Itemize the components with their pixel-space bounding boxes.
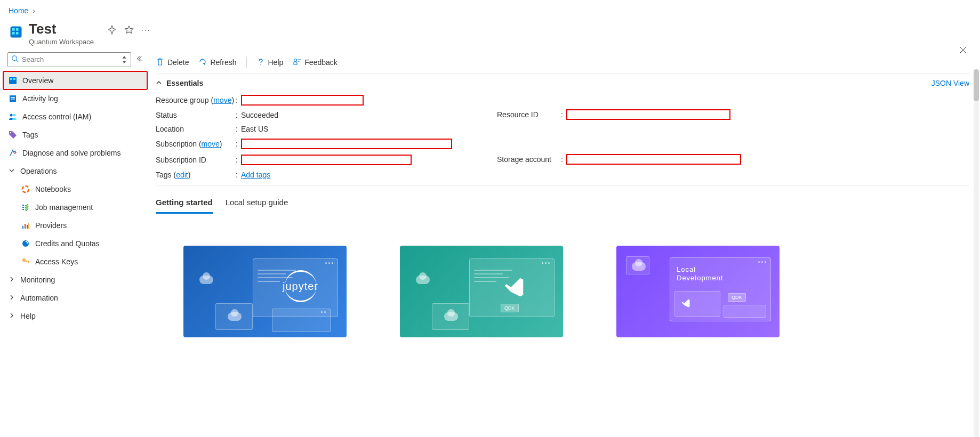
button-label: Feedback — [304, 58, 337, 67]
sidebar-item-overview[interactable]: Overview — [3, 71, 147, 90]
feedback-button[interactable]: Feedback — [293, 58, 337, 68]
svg-point-25 — [294, 59, 297, 61]
sidebar-item-diagnose[interactable]: Diagnose and solve problems — [3, 144, 147, 162]
sidebar-item-credits-quotas[interactable]: Credits and Quotas — [3, 234, 147, 253]
essentials-title: Essentials — [166, 79, 203, 87]
quantum-workspace-icon — [9, 25, 23, 39]
sidebar-label: Providers — [35, 221, 67, 230]
svg-rect-9 — [13, 78, 15, 80]
sidebar-section-help[interactable]: Help — [3, 307, 147, 325]
collapse-essentials-icon[interactable] — [156, 79, 162, 87]
resource-id-value — [566, 109, 741, 120]
sidebar-item-access-keys[interactable]: Access Keys — [3, 253, 147, 271]
resource-group-value — [241, 95, 497, 106]
chevron-right-icon — [9, 276, 15, 284]
tab-local-setup[interactable]: Local setup guide — [226, 195, 288, 214]
edit-tags-link[interactable]: edit — [176, 171, 188, 179]
breadcrumb: Home › — [0, 0, 980, 19]
chevron-right-icon — [9, 312, 15, 320]
credits-icon — [21, 239, 30, 248]
card-jupyter[interactable]: jupyter — [183, 246, 347, 337]
svg-rect-24 — [28, 261, 29, 263]
sidebar-section-automation[interactable]: Automation — [3, 289, 147, 307]
sidebar-item-access-control[interactable]: Access control (IAM) — [3, 108, 147, 126]
feedback-icon — [293, 58, 301, 68]
sidebar-section-monitoring[interactable]: Monitoring — [3, 271, 147, 289]
search-input-wrapper[interactable] — [7, 52, 131, 67]
sort-icon[interactable] — [121, 56, 127, 63]
page-subtitle: Quantum Workspace — [29, 38, 94, 46]
chevron-right-icon: › — [33, 6, 35, 15]
chevron-down-icon — [9, 167, 15, 175]
help-icon — [256, 58, 265, 68]
svg-rect-4 — [16, 32, 19, 35]
svg-rect-17 — [22, 226, 23, 229]
storage-account-value — [566, 154, 741, 165]
add-tags-link[interactable]: Add tags — [241, 171, 270, 179]
qdk-badge: QDK — [728, 293, 746, 302]
sidebar-item-job-management[interactable]: Job management — [3, 198, 147, 216]
svg-line-6 — [17, 60, 19, 62]
subscription-value — [241, 139, 497, 149]
vscode-small-icon — [680, 298, 691, 310]
favorite-icon[interactable] — [124, 25, 134, 35]
location-value: East US — [241, 125, 497, 133]
subscription-id-value — [241, 155, 497, 165]
storage-account-label: Storage account — [497, 155, 561, 164]
svg-point-5 — [12, 56, 17, 61]
tab-getting-started[interactable]: Getting started — [156, 195, 213, 214]
svg-rect-19 — [27, 225, 28, 229]
search-input[interactable] — [19, 55, 121, 63]
card-local-dev[interactable]: Local Development QDK — [616, 246, 780, 337]
more-icon[interactable]: ··· — [141, 25, 151, 35]
help-button[interactable]: Help — [256, 58, 284, 68]
sidebar-label: Notebooks — [35, 185, 71, 193]
subscription-label: Subscription (move) — [156, 140, 236, 148]
sidebar-label: Diagnose and solve problems — [22, 149, 121, 157]
collapse-sidebar-icon[interactable] — [135, 55, 143, 64]
sidebar-item-tags[interactable]: Tags — [3, 126, 147, 144]
svg-rect-20 — [28, 223, 29, 229]
button-label: Refresh — [210, 58, 236, 67]
button-label: Delete — [167, 58, 189, 67]
sidebar-label: Tags — [22, 131, 38, 139]
sidebar-label: Access control (IAM) — [22, 112, 91, 121]
sidebar: Overview Activity log Access control (IA… — [0, 52, 150, 337]
resource-group-label: Resource group (move) — [156, 96, 236, 104]
sidebar-section-operations[interactable]: Operations — [3, 162, 147, 180]
sidebar-item-activity-log[interactable]: Activity log — [3, 90, 147, 108]
breadcrumb-home[interactable]: Home — [9, 6, 28, 15]
svg-rect-8 — [10, 78, 12, 80]
search-icon — [11, 55, 19, 64]
chevron-right-icon — [9, 294, 15, 302]
page-title: Test — [29, 21, 94, 37]
sidebar-item-providers[interactable]: Providers — [3, 216, 147, 234]
refresh-button[interactable]: Refresh — [198, 58, 236, 68]
sidebar-label: Credits and Quotas — [35, 239, 100, 248]
sidebar-label: Overview — [22, 76, 53, 85]
svg-point-13 — [10, 114, 13, 116]
section-label: Monitoring — [20, 276, 55, 284]
pin-icon[interactable] — [107, 25, 117, 35]
location-label: Location — [156, 125, 236, 133]
toolbar: Delete Refresh Help Feedback — [156, 52, 969, 74]
svg-rect-11 — [11, 97, 15, 98]
move-subscription-link[interactable]: move — [202, 140, 220, 148]
scrollbar-thumb[interactable] — [974, 69, 979, 101]
resource-id-label: Resource ID — [497, 110, 561, 119]
sidebar-label: Job management — [35, 203, 93, 212]
sidebar-item-notebooks[interactable]: Notebooks — [3, 180, 147, 198]
access-keys-icon — [21, 257, 30, 266]
delete-button[interactable]: Delete — [156, 58, 189, 68]
access-control-icon — [9, 112, 17, 121]
providers-icon — [21, 221, 30, 230]
vscode-icon — [502, 275, 526, 301]
status-value: Succeeded — [241, 111, 497, 119]
section-label: Automation — [20, 294, 58, 302]
card-vscode[interactable]: QDK — [400, 246, 563, 337]
move-resource-group-link[interactable]: move — [213, 96, 231, 104]
svg-rect-1 — [12, 28, 15, 31]
delete-icon — [156, 58, 164, 68]
json-view-link[interactable]: JSON View — [931, 79, 969, 87]
svg-rect-18 — [25, 224, 26, 229]
